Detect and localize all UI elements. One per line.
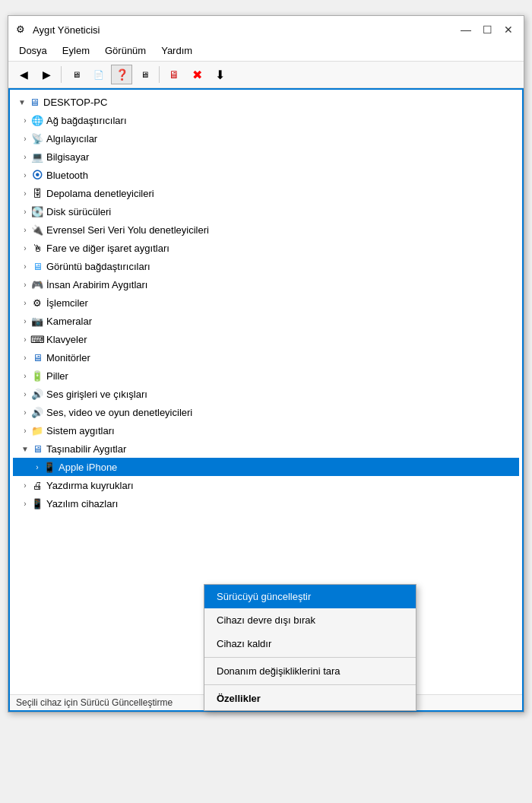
chevron-right-icon: › xyxy=(19,388,31,400)
chevron-right-icon: › xyxy=(19,242,31,254)
item-label-display: Görüntü bağdaştırıcıları xyxy=(46,261,150,272)
menu-item-eylem[interactable]: Eylem xyxy=(55,42,97,59)
chevron-right-icon: › xyxy=(19,351,31,363)
maximize-button[interactable]: ☐ xyxy=(480,22,495,37)
item-label-audio-video: Ses, video ve oyun denetleyicileri xyxy=(46,407,192,418)
audio-video-icon: 🔊 xyxy=(31,406,43,418)
disk-icon: 💽 xyxy=(31,205,43,217)
forward-button[interactable]: ▶ xyxy=(36,65,57,84)
root-expand-icon: ▼ xyxy=(16,96,28,108)
monitor-button[interactable]: 🖥 xyxy=(163,65,185,84)
tree-item-hid[interactable]: › 🎮 İnsan Arabirim Aygıtları xyxy=(13,275,519,294)
context-menu: Sürücüyü güncelleştir Cihazı devre dışı … xyxy=(204,584,416,711)
item-label-cpu: İşlemciler xyxy=(46,297,88,309)
context-menu-item-properties[interactable]: Özellikler xyxy=(204,687,416,710)
item-label-keyboard: Klavyeler xyxy=(46,334,87,345)
bluetooth-icon: ⦿ xyxy=(31,169,43,181)
menu-item-yardim[interactable]: Yardım xyxy=(154,42,200,59)
item-label-usb: Evrensel Seri Veri Yolu denetleyicileri xyxy=(46,224,209,236)
chevron-right-icon: › xyxy=(19,151,31,163)
tree-item-disk[interactable]: › 💽 Disk sürücüleri xyxy=(13,202,519,221)
close-button[interactable]: ✕ xyxy=(501,22,516,37)
tree-item-portable[interactable]: ▼ 🖥 Taşınabilir Aygıtlar xyxy=(13,440,519,458)
tree-item-display[interactable]: › 🖥 Görüntü bağdaştırıcıları xyxy=(13,257,519,275)
print-icon: 🖨 xyxy=(31,479,43,491)
context-menu-separator-1 xyxy=(204,657,416,658)
menu-item-dosya[interactable]: Dosya xyxy=(11,42,55,59)
tree-item-keyboard[interactable]: › ⌨ Klavyeler xyxy=(13,330,519,348)
chevron-right-icon: › xyxy=(19,187,31,199)
context-menu-item-update-driver[interactable]: Sürücüyü güncelleştir xyxy=(204,585,416,608)
scan-button[interactable]: 🖥 xyxy=(134,65,155,84)
storage-icon: 🗄 xyxy=(31,187,43,199)
properties-button[interactable]: 🖥 xyxy=(65,65,87,84)
tree-item-usb[interactable]: › 🔌 Evrensel Seri Veri Yolu denetleyicil… xyxy=(13,221,519,239)
toolbar-sep-1 xyxy=(61,66,62,83)
minimize-button[interactable]: — xyxy=(458,22,473,37)
item-label-disk: Disk sürücüleri xyxy=(46,206,111,217)
app-icon: ⚙ xyxy=(16,24,28,36)
back-button[interactable]: ◀ xyxy=(13,65,34,84)
menu-bar: Dosya Eylem Görünüm Yardım xyxy=(8,40,524,62)
tree-item-software[interactable]: › 📱 Yazılım cihazları xyxy=(13,494,519,513)
system-icon: 📁 xyxy=(31,424,43,436)
tree-item-system[interactable]: › 📁 Sistem aygıtları xyxy=(13,421,519,440)
tree-item-battery[interactable]: › 🔋 Piller xyxy=(13,367,519,385)
laptop-icon: 💻 xyxy=(31,151,43,163)
item-label-system: Sistem aygıtları xyxy=(46,425,115,436)
item-label-sensor: Algılayıcılar xyxy=(46,133,97,144)
context-menu-item-disable[interactable]: Cihazı devre dışı bırak xyxy=(204,608,416,632)
help-button[interactable]: ❓ xyxy=(111,65,132,84)
tree-item-cpu[interactable]: › ⚙ İşlemciler xyxy=(13,294,519,312)
keyboard-icon: ⌨ xyxy=(31,333,43,345)
item-label-iphone: Apple iPhone xyxy=(59,462,117,473)
item-label-camera: Kameralar xyxy=(46,316,92,327)
root-label: DESKTOP-PC xyxy=(43,97,107,108)
chevron-right-icon: › xyxy=(19,424,31,436)
context-menu-separator-2 xyxy=(204,684,416,685)
chevron-right-icon: › xyxy=(19,114,31,126)
remove-button[interactable]: ✖ xyxy=(186,65,207,84)
tree-item-camera[interactable]: › 📷 Kameralar xyxy=(13,312,519,330)
item-label-audio-in: Ses girişleri ve çıkışları xyxy=(46,389,147,400)
tree-root[interactable]: ▼ 🖥 DESKTOP-PC xyxy=(13,93,519,111)
mouse-icon: 🖱 xyxy=(31,242,43,254)
tree-item-sensor[interactable]: › 📡 Algılayıcılar xyxy=(13,129,519,148)
chevron-right-icon: › xyxy=(19,315,31,327)
chevron-right-icon: › xyxy=(19,169,31,181)
chevron-right-icon: › xyxy=(19,497,31,509)
chevron-right-icon: › xyxy=(19,297,31,309)
tree-item-print[interactable]: › 🖨 Yazdırma kuyrukları xyxy=(13,476,519,494)
audio-in-icon: 🔊 xyxy=(31,388,43,400)
chevron-right-icon: › xyxy=(19,406,31,418)
tree-item-mouse[interactable]: › 🖱 Fare ve diğer işaret aygıtları xyxy=(13,239,519,257)
monitor-icon: 🖥 xyxy=(31,351,43,363)
software-icon: 📱 xyxy=(31,497,43,509)
download-button[interactable]: ⬇ xyxy=(209,65,230,84)
network-icon: 🌐 xyxy=(31,114,43,126)
tree-item-iphone[interactable]: › 📱 Apple iPhone xyxy=(13,458,519,476)
portable-icon: 🖥 xyxy=(31,443,43,455)
chevron-right-icon: › xyxy=(19,370,31,382)
usb-icon: 🔌 xyxy=(31,224,43,236)
hid-icon: 🎮 xyxy=(31,278,43,290)
menu-item-gorunum[interactable]: Görünüm xyxy=(97,42,154,59)
tree-item-network[interactable]: › 🌐 Ağ bağdaştırıcıları xyxy=(13,111,519,129)
tree-item-audio-in[interactable]: › 🔊 Ses girişleri ve çıkışları xyxy=(13,385,519,403)
tree-item-monitor[interactable]: › 🖥 Monitörler xyxy=(13,348,519,367)
update-driver-button[interactable]: 📄 xyxy=(88,65,109,84)
tree-item-bluetooth[interactable]: › ⦿ Bluetooth xyxy=(13,166,519,184)
chevron-right-icon: › xyxy=(19,260,31,272)
chevron-right-icon: › xyxy=(19,205,31,217)
tree-item-computer[interactable]: › 💻 Bilgisayar xyxy=(13,148,519,166)
context-menu-item-uninstall[interactable]: Cihazı kaldır xyxy=(204,632,416,655)
item-label-mouse: Fare ve diğer işaret aygıtları xyxy=(46,243,169,254)
toolbar: ◀ ▶ 🖥 📄 ❓ 🖥 🖥 ✖ ⬇ xyxy=(8,62,524,88)
sensor-icon: 📡 xyxy=(31,132,43,144)
chevron-right-icon: › xyxy=(19,224,31,236)
context-menu-item-scan[interactable]: Donanım değişikliklerini tara xyxy=(204,659,416,683)
tree-item-storage[interactable]: › 🗄 Depolama denetleyicileri xyxy=(13,184,519,202)
tree-item-audio-video[interactable]: › 🔊 Ses, video ve oyun denetleyicileri xyxy=(13,403,519,421)
window-controls: — ☐ ✕ xyxy=(458,22,516,37)
toolbar-sep-2 xyxy=(159,66,160,83)
